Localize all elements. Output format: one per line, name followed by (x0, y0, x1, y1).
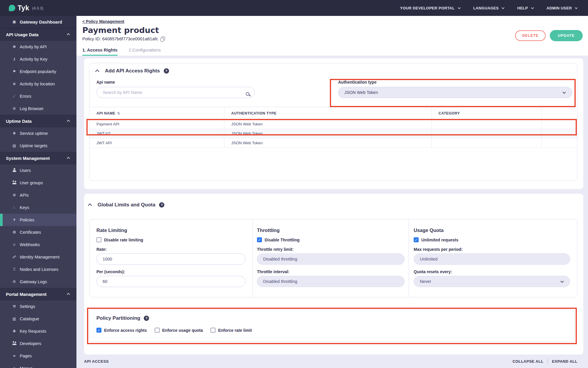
search-icon (246, 92, 249, 96)
sidebar-section-uptime-data[interactable]: Uptime Data (0, 115, 76, 127)
sidebar-item-developers[interactable]: Developers (0, 337, 76, 350)
uptime-icon: ❋ (12, 132, 17, 135)
policy-id: Policy ID: 640857b6f773ce0001a81afc (82, 36, 158, 41)
sidebar-item-keys[interactable]: ∴Keys (0, 201, 76, 214)
certificate-icon: ❂ (12, 231, 17, 234)
update-button[interactable]: UPDATE (550, 30, 583, 41)
flag-icon: ⚑ (12, 70, 17, 74)
tab-configurations[interactable]: 2.Configurations (129, 47, 161, 56)
catalogue-icon: ▥ (12, 317, 17, 321)
menu-developer-portal[interactable]: YOUR DEVELOPER PORTAL (400, 6, 460, 10)
sidebar-item-certificates[interactable]: ❂Certificates (0, 226, 76, 238)
sidebar-item-service-uptime[interactable]: ❋Service uptime (0, 127, 76, 140)
section-title-limits: Global Limits and Quota (98, 202, 155, 208)
sidebar-item-gateway-dashboard[interactable]: ▣Gateway Dashboard (0, 16, 76, 28)
sidebar-item-activity-by-api[interactable]: ☸Activity by API (0, 41, 76, 53)
sidebar-item-webhooks[interactable]: ⍾Webhooks (0, 238, 76, 251)
quota-resets-label: Quota resets every: (414, 269, 570, 274)
user-group-icon (12, 180, 17, 185)
checkbox-enforce-rate-limit[interactable] (211, 328, 216, 333)
per-seconds-input[interactable] (96, 276, 245, 287)
api-access-section-label[interactable]: API ACCESS (84, 359, 109, 364)
api-search-input[interactable] (96, 87, 255, 98)
sidebar-item-activity-by-location[interactable]: ⊕Activity by location (0, 78, 76, 90)
network-icon: ∴ (12, 206, 17, 210)
delete-button[interactable]: DELETE (515, 30, 546, 41)
list-icon: ▤ (12, 144, 17, 148)
sidebar-item-policies[interactable]: ⚜Policies (0, 214, 76, 226)
sidebar-item-endpoint-popularity[interactable]: ⚑Endpoint popularity (0, 65, 76, 78)
sidebar-item-users[interactable]: Users (0, 164, 76, 177)
sidebar-item-menus[interactable]: ≡Menus (0, 362, 76, 368)
sidebar-item-gateway-logs[interactable]: ✇Gateway Logs (0, 276, 76, 288)
content-area: YOUR DEVELOPER PORTAL LANGUAGES HELP ADM… (76, 0, 588, 368)
logo[interactable]: Tyk (4.3.3) (0, 0, 76, 16)
access-rights-card: Add API Access Rights ? Api name Au (84, 58, 583, 189)
expand-all-button[interactable]: EXPAND ALL (552, 359, 577, 364)
collapse-caret-icon[interactable] (88, 203, 92, 208)
page-footer: API ACCESS COLLAPSE ALL EXPAND ALL (76, 354, 588, 368)
checkbox-enforce-usage-quota[interactable] (155, 328, 160, 333)
sidebar-item-identity-management[interactable]: ☍Identity Management (0, 251, 76, 263)
sidebar-item-key-requests[interactable]: ✤Key Requests (0, 325, 76, 337)
sidebar-section-system-management[interactable]: System Management (0, 152, 76, 164)
col-api-name[interactable]: API NAME⇅ (89, 107, 224, 120)
bank-icon: ♖ (12, 268, 17, 271)
page-body: Add API Access Rights ? Api name Au (76, 56, 588, 354)
menu-help[interactable]: HELP (517, 6, 533, 10)
help-icon[interactable]: ? (159, 202, 164, 208)
auth-type-select[interactable]: JSON Web Token (338, 87, 572, 98)
menu-admin-user[interactable]: ADMIN USER (547, 6, 577, 10)
unlimited-requests-checkbox[interactable] (414, 237, 419, 242)
sort-icon[interactable]: ⇅ (117, 111, 120, 115)
sidebar-item-errors[interactable]: ☄Errors (0, 90, 76, 102)
sidebar-item-nodes-and-licenses[interactable]: ♖Nodes and Licenses (0, 263, 76, 276)
throttling-column: Throttling Disable Throttling Throttle r… (253, 219, 409, 297)
quota-resets-select[interactable]: Never (414, 276, 570, 287)
rate-input[interactable] (96, 253, 245, 265)
throttle-retry-label: Throttle retry limit: (257, 247, 405, 252)
col-category: CATEGORY (431, 107, 541, 120)
table-row[interactable]: Payment APIJSON Web Token (89, 120, 577, 129)
sidebar-section-api-usage-data[interactable]: API Usage Data (0, 28, 76, 41)
throttling-title: Throttling (257, 228, 405, 233)
sidebar-item-pages[interactable]: ❧Pages (0, 350, 76, 362)
rate-limiting-column: Rate Limiting Disable rate limiting Rate… (89, 219, 253, 297)
sidebar-item-settings[interactable]: ⚒Settings (0, 300, 76, 313)
help-icon[interactable]: ? (144, 316, 149, 321)
section-title-access-rights: Add API Access Rights (105, 68, 160, 74)
paw-icon: ✤ (12, 329, 17, 333)
bomb-icon: ☄ (12, 95, 17, 98)
disable-throttling-checkbox[interactable] (257, 237, 262, 242)
chevron-up-icon (67, 33, 70, 37)
chevron-up-icon (67, 120, 70, 123)
sidebar-item-user-groups[interactable]: User groups (0, 177, 76, 189)
chevron-down-icon (458, 6, 461, 9)
help-icon[interactable]: ? (164, 68, 169, 74)
limits-panel: Rate Limiting Disable rate limiting Rate… (89, 219, 577, 297)
tab-access-rights[interactable]: 1. Access Rights (82, 47, 118, 56)
page-header: < Policy Management Payment product Poli… (76, 16, 588, 56)
sidebar-item-apis[interactable]: ⚙APIs (0, 189, 76, 201)
bell-icon: ⍾ (12, 243, 17, 247)
sidebar-item-log-browser[interactable]: ✇Log Browser (0, 102, 76, 115)
policy-partitioning-title: Policy Partitioning (96, 315, 140, 321)
table-row[interactable]: JWT-V2JSON Web Token (89, 129, 577, 138)
menu-languages[interactable]: LANGUAGES (473, 6, 504, 10)
sidebar-item-catalogue[interactable]: ▥Catalogue (0, 313, 76, 325)
api-name-label: Api name (96, 80, 255, 84)
tyk-leaf-logo-icon (9, 5, 15, 11)
collapse-all-button[interactable]: COLLAPSE ALL (512, 359, 543, 364)
breadcrumb[interactable]: < Policy Management (82, 19, 124, 24)
app-root: Tyk (4.3.3) ▣Gateway DashboardAPI Usage … (0, 0, 588, 368)
disable-rate-limiting-checkbox[interactable] (96, 237, 101, 242)
sidebar-item-activity-by-key[interactable]: ⚷Activity by Key (0, 53, 76, 65)
checkbox-enforce-access-rights[interactable] (96, 328, 101, 333)
sidebar-item-uptime-targets[interactable]: ▤Uptime targets (0, 140, 76, 152)
sidebar-section-portal-management[interactable]: Portal Management (0, 288, 76, 300)
collapse-caret-icon[interactable] (95, 69, 99, 74)
api-table: API NAME⇅ AUTHENTICATION TYPE CATEGORY P… (89, 107, 577, 148)
access-rights-panel: Add API Access Rights ? Api name Au (89, 63, 577, 181)
copy-icon[interactable] (161, 37, 165, 41)
table-row[interactable]: JWT APIJSON Web Token (89, 138, 577, 148)
